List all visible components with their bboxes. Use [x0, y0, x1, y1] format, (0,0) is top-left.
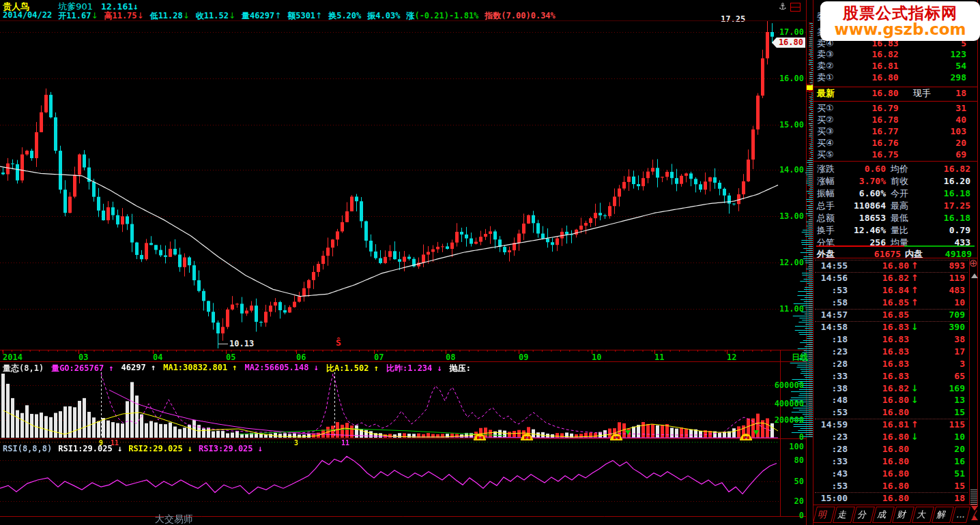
tape-row[interactable]: :4316.8051	[813, 468, 977, 479]
date-tick-label: 05	[226, 352, 235, 362]
tape-price: 16.83	[874, 371, 909, 382]
tape-time: :33	[815, 456, 848, 467]
tape-row[interactable]: 15:0016.8018	[813, 493, 977, 504]
up-arrow-icon: ↑	[911, 297, 919, 308]
stat-label: 涨幅	[817, 176, 835, 187]
price-tick-label: 11.00	[771, 304, 804, 314]
tab-6[interactable]: 大盘	[912, 507, 934, 523]
rsi-header-item: RSI3:29.025 ↓	[199, 444, 263, 453]
tape-volume: 17	[954, 346, 965, 357]
tape-row[interactable]: :2316.80↓10	[813, 432, 977, 442]
tape-row[interactable]: :5316.8015	[813, 481, 977, 492]
tape-row[interactable]: :5316.8015	[813, 407, 977, 418]
down-arrow-icon: ↓	[911, 432, 919, 442]
tape-row[interactable]: 14:5716.85709	[813, 310, 977, 320]
stat-label: 总手	[817, 200, 835, 211]
last-price-row-frame	[813, 87, 977, 102]
sell-level-row[interactable]: 卖②16.8154	[813, 61, 977, 72]
buy-level-row[interactable]: 买⑤16.7569	[813, 149, 977, 160]
crosshair-icon[interactable]: ⊕	[969, 258, 978, 268]
date-tick-label: 12	[727, 352, 736, 362]
tape-row[interactable]: :5316.84↑483	[813, 285, 977, 296]
date-tick-label: 2014	[3, 352, 23, 362]
volume-tick-label: 0	[771, 432, 804, 442]
buy-level-row[interactable]: 买②16.7840	[813, 115, 977, 125]
scroll-thumb[interactable]	[970, 490, 977, 505]
tab-7[interactable]: 解盘	[932, 507, 954, 523]
price-tick-label: 17.00	[771, 27, 804, 37]
tab-8[interactable]: ...	[951, 507, 970, 523]
corner-up-icon[interactable]	[971, 515, 978, 520]
stat-label: 均价	[891, 164, 908, 175]
tab-2[interactable]: 走势	[833, 507, 855, 523]
tab-3[interactable]: 分价	[852, 507, 875, 523]
level-volume: 298	[951, 72, 966, 83]
stat-value: 0.60	[841, 164, 886, 175]
tape-row[interactable]: :3316.8365	[813, 371, 977, 382]
anchor-icon[interactable]: ⚓	[779, 1, 787, 12]
tape-time: 14:56	[815, 273, 848, 284]
rsi-header-item: RSI1:29.025 ↓	[58, 444, 122, 453]
tape-price: 16.80	[874, 493, 909, 504]
buy-level-row[interactable]: 买④16.7620	[813, 138, 977, 149]
volume-header-item: MA1:30832.801 ↑	[163, 363, 237, 374]
tape-row[interactable]: :2816.8020	[813, 444, 977, 455]
tape-price: 16.81	[874, 419, 909, 430]
tape-row[interactable]: 14:5616.82↑119	[813, 273, 977, 284]
date-tick-label: 06	[296, 352, 306, 362]
tape-price: 16.83	[874, 334, 909, 345]
tape-row[interactable]: :4816.80↓13	[813, 395, 977, 406]
tape-time: :23	[815, 432, 848, 442]
scroll-down-icon[interactable]	[971, 506, 978, 511]
window-mode-icon[interactable]	[790, 3, 801, 12]
tab-4[interactable]: 成本	[872, 507, 895, 523]
tab-5[interactable]: 财务	[892, 507, 914, 523]
volume-tick-label: 200000	[771, 415, 804, 425]
stats-row: 总额18653最低16.18	[813, 213, 977, 224]
tape-volume: 709	[949, 310, 965, 320]
app-brand: 大交易师	[155, 513, 193, 525]
level-label: 买④	[817, 138, 834, 149]
level-label: 买③	[817, 126, 834, 137]
tape-time: 14:58	[815, 322, 848, 333]
volume-header-item: 量态(8,1)	[3, 363, 44, 374]
level-volume: 103	[951, 126, 966, 137]
date-tick-label: 07	[374, 352, 384, 362]
sell-level-row[interactable]: 卖③16.82123	[813, 49, 977, 60]
date-tick-label: 03	[78, 352, 88, 362]
tape-time: :28	[815, 444, 848, 455]
volume-header-item: 比A:1.502 ↑	[326, 363, 379, 374]
tape-price: 16.82	[874, 273, 909, 284]
tape-row[interactable]: :5816.85↑10	[813, 297, 977, 308]
stat-label: 前收	[891, 176, 908, 187]
stat-value: 16.18	[944, 213, 970, 224]
tab-1[interactable]: 明细	[813, 507, 835, 523]
tape-row[interactable]: :1816.8338	[813, 334, 977, 345]
tape-row[interactable]: 14:5516.80↑893	[813, 260, 977, 271]
stat-value: 16.20	[944, 176, 970, 187]
tape-price: 16.82	[874, 383, 909, 394]
tape-price: 16.84	[874, 285, 909, 296]
tape-row[interactable]: :3816.82↓169	[813, 383, 977, 394]
stat-label: 今开	[891, 188, 908, 199]
sell-level-row[interactable]: 卖①16.80298	[813, 72, 977, 83]
tape-time: :28	[815, 359, 848, 370]
level-price: 16.77	[861, 126, 909, 137]
scroll-up-icon[interactable]	[971, 273, 978, 278]
stats-row: 换手12.46%量比0.79	[813, 225, 977, 236]
tape-row[interactable]: :3316.8016	[813, 456, 977, 467]
tape-row[interactable]: :2316.8317	[813, 346, 977, 357]
signal-digit: 11	[341, 439, 349, 447]
tape-row[interactable]: 14:5916.81↑115	[813, 419, 977, 430]
level-label: 卖③	[817, 49, 834, 60]
stats-row: 涨幅3.70%前收16.20	[813, 176, 977, 187]
level-volume: 40	[955, 115, 966, 125]
tape-row[interactable]: 14:5816.83↓390	[813, 322, 977, 333]
tape-row[interactable]: :2816.833	[813, 359, 977, 370]
buy-level-row[interactable]: 买③16.77103	[813, 126, 977, 137]
down-arrow-icon: ↓	[911, 383, 919, 394]
buy-level-row[interactable]: 买①16.7931	[813, 103, 977, 114]
tape-price: 16.80	[874, 407, 909, 418]
rsi-header-item: RSI2:29.025 ↓	[128, 444, 192, 453]
level-price: 16.79	[861, 103, 909, 114]
